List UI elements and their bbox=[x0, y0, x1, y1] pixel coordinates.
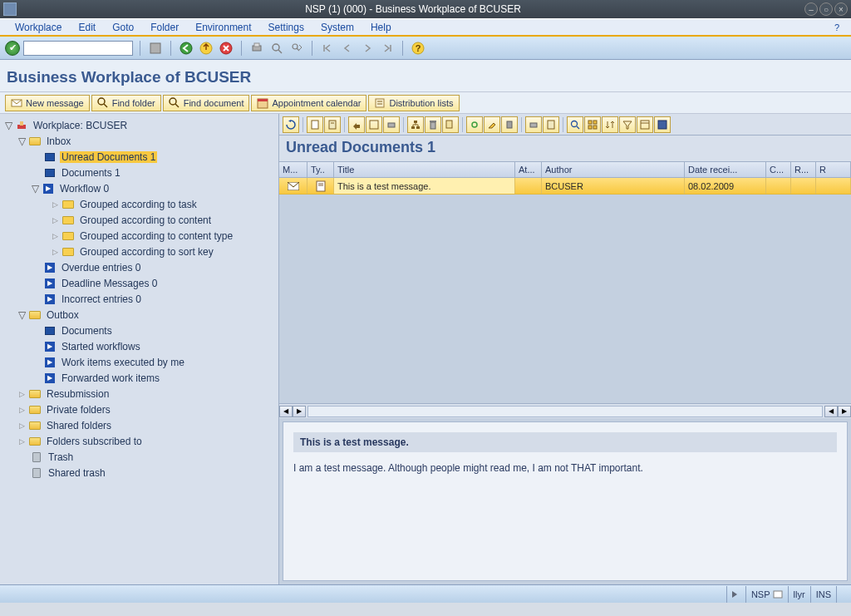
svg-line-16 bbox=[175, 104, 179, 107]
col-title[interactable]: Title bbox=[334, 162, 515, 177]
tree-inbox[interactable]: ▽Inbox bbox=[2, 133, 277, 149]
prev-page-button[interactable] bbox=[339, 40, 356, 57]
col-r2[interactable]: R bbox=[816, 162, 851, 177]
tree-trash[interactable]: Trash bbox=[2, 449, 277, 465]
first-page-button[interactable] bbox=[319, 40, 336, 57]
tree-executed-wf[interactable]: ▶Work items executed by me bbox=[2, 354, 277, 370]
appointment-button[interactable]: Appointment calendar bbox=[251, 95, 366, 111]
scroll-right-inner-button[interactable]: ▶ bbox=[293, 406, 306, 417]
back-button[interactable] bbox=[178, 40, 194, 57]
download-button[interactable] bbox=[543, 116, 559, 133]
scroll-right-button[interactable]: ▶ bbox=[838, 406, 851, 417]
maximize-button[interactable]: ○ bbox=[819, 2, 833, 16]
menu-help[interactable]: Help bbox=[362, 22, 400, 33]
change-button[interactable] bbox=[484, 116, 500, 133]
scroll-track[interactable] bbox=[307, 406, 823, 417]
col-date[interactable]: Date recei... bbox=[685, 162, 766, 177]
find-document-button[interactable]: Find document bbox=[163, 95, 250, 111]
copy-button[interactable] bbox=[501, 116, 518, 133]
col-c[interactable]: C... bbox=[766, 162, 791, 177]
tree-resubmission[interactable]: ▷Resubmission bbox=[2, 386, 277, 402]
cancel-button[interactable] bbox=[218, 40, 234, 57]
scroll-left-button[interactable]: ◀ bbox=[279, 406, 293, 417]
export-button[interactable] bbox=[525, 116, 542, 133]
help-button[interactable]: ? bbox=[410, 40, 426, 57]
svg-line-44 bbox=[577, 126, 579, 129]
help-icon[interactable]: ? bbox=[834, 22, 844, 32]
display-button[interactable] bbox=[324, 116, 341, 133]
find-button[interactable] bbox=[268, 40, 285, 57]
col-r[interactable]: R... bbox=[791, 162, 816, 177]
menu-settings[interactable]: Settings bbox=[260, 22, 312, 33]
tree-out-documents[interactable]: Documents bbox=[2, 323, 277, 338]
tree-deadline[interactable]: ▶Deadline Messages 0 bbox=[2, 275, 277, 291]
h-scrollbar[interactable]: ◀ ▶ ◀ ▶ bbox=[279, 403, 851, 418]
tree-unread-documents[interactable]: Unread Documents 1 bbox=[2, 149, 277, 165]
attach-button[interactable] bbox=[466, 116, 483, 133]
new-message-button[interactable]: New message bbox=[5, 95, 90, 111]
find-next-button[interactable] bbox=[288, 40, 305, 57]
tree-root[interactable]: ▽Workplace: BCUSER bbox=[2, 117, 277, 133]
svg-line-7 bbox=[278, 50, 282, 53]
folder-icon bbox=[61, 230, 75, 242]
tree-shared-folders[interactable]: ▷Shared folders bbox=[2, 417, 277, 433]
exit-button[interactable] bbox=[198, 40, 214, 57]
new-doc-button[interactable] bbox=[307, 116, 323, 133]
find-folder-button[interactable]: Find folder bbox=[91, 95, 161, 111]
status-expand[interactable] bbox=[726, 586, 745, 603]
folder-icon bbox=[28, 436, 42, 447]
menu-workplace[interactable]: Workplace bbox=[7, 22, 70, 33]
tree-wf-content-type[interactable]: ▷Grouped according to content type bbox=[2, 228, 277, 244]
tree-overdue[interactable]: ▶Overdue entries 0 bbox=[2, 259, 277, 275]
tree-incorrect[interactable]: ▶Incorrect entries 0 bbox=[2, 291, 277, 307]
tree-subscribed[interactable]: ▷Folders subscribed to bbox=[2, 433, 277, 449]
menu-folder[interactable]: Folder bbox=[142, 22, 187, 33]
filter-button[interactable] bbox=[619, 116, 636, 133]
minimize-button[interactable]: – bbox=[804, 2, 818, 16]
distribution-lists-button[interactable]: Distribution lists bbox=[368, 95, 459, 111]
tree-wf-task[interactable]: ▷Grouped according to task bbox=[2, 196, 277, 212]
tree-started-wf[interactable]: ▶Started workflows bbox=[2, 338, 277, 354]
hierarchy-button[interactable] bbox=[407, 116, 424, 133]
grid-row[interactable]: This is a test message. BCUSER 08.02.200… bbox=[279, 178, 851, 195]
tree-documents[interactable]: Documents 1 bbox=[2, 165, 277, 180]
menu-environment[interactable]: Environment bbox=[187, 22, 259, 33]
col-type[interactable]: Ty.. bbox=[307, 162, 334, 177]
svg-rect-29 bbox=[414, 121, 417, 123]
move-button[interactable] bbox=[442, 116, 459, 133]
tree-workflow[interactable]: ▽▶Workflow 0 bbox=[2, 180, 277, 196]
close-button[interactable]: × bbox=[834, 2, 848, 16]
tree-private-folders[interactable]: ▷Private folders bbox=[2, 402, 277, 417]
command-field[interactable] bbox=[23, 41, 133, 56]
layout-button[interactable] bbox=[637, 116, 653, 133]
refresh-button[interactable] bbox=[283, 116, 299, 133]
layout-save-button[interactable] bbox=[654, 116, 671, 133]
print-list-button[interactable] bbox=[383, 116, 400, 133]
status-resize-grip[interactable] bbox=[836, 586, 848, 603]
sort-button[interactable] bbox=[602, 116, 618, 133]
tree-wf-content[interactable]: ▷Grouped according to content bbox=[2, 212, 277, 228]
grid-header: M... Ty.. Title At... Author Date recei.… bbox=[279, 161, 851, 178]
next-page-button[interactable] bbox=[359, 40, 376, 57]
menu-edit[interactable]: Edit bbox=[70, 22, 104, 33]
menu-goto[interactable]: Goto bbox=[104, 22, 142, 33]
print-button[interactable] bbox=[248, 40, 265, 57]
last-page-button[interactable] bbox=[379, 40, 396, 57]
enter-button[interactable]: ✔ bbox=[5, 41, 20, 56]
scroll-left-inner-button[interactable]: ◀ bbox=[824, 406, 838, 417]
tree-forwarded-wf[interactable]: ▶Forwarded work items bbox=[2, 370, 277, 386]
menu-system[interactable]: System bbox=[312, 22, 362, 33]
reply-button[interactable] bbox=[348, 116, 365, 133]
forward-button[interactable] bbox=[366, 116, 382, 133]
save-button[interactable] bbox=[147, 40, 164, 57]
tree-wf-sort-key[interactable]: ▷Grouped according to sort key bbox=[2, 244, 277, 259]
col-author[interactable]: Author bbox=[542, 162, 685, 177]
tree-outbox[interactable]: ▽Outbox bbox=[2, 307, 277, 323]
cell-author: BCUSER bbox=[542, 178, 685, 194]
select-all-button[interactable] bbox=[584, 116, 601, 133]
col-m[interactable]: M... bbox=[279, 162, 307, 177]
tree-shared-trash[interactable]: Shared trash bbox=[2, 465, 277, 480]
detail-button[interactable] bbox=[567, 116, 583, 133]
col-at[interactable]: At... bbox=[515, 162, 542, 177]
delete-button[interactable] bbox=[425, 116, 441, 133]
